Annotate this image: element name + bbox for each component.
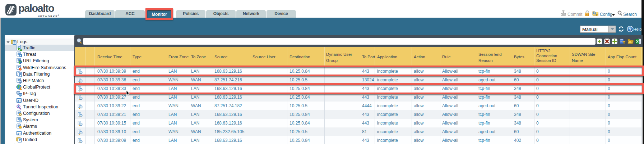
svg-text:?: ? bbox=[629, 27, 631, 31]
